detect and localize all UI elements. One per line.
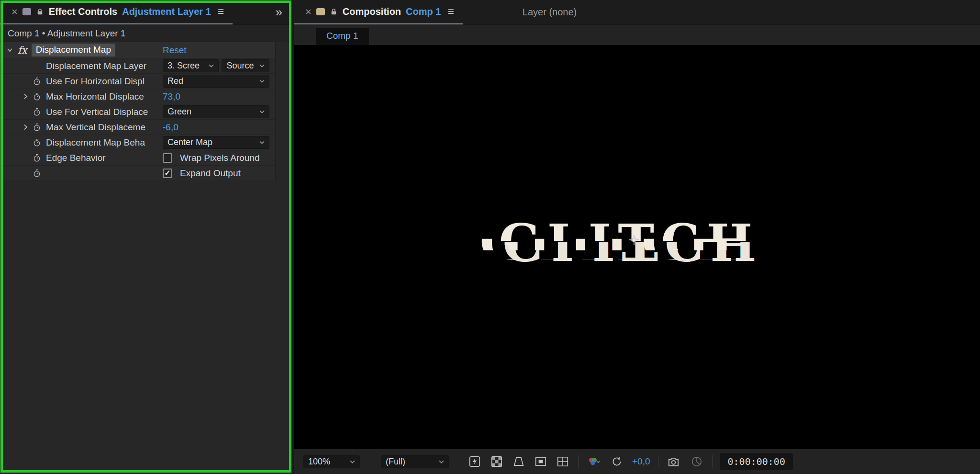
chevron-down-icon: [350, 460, 355, 463]
lock-icon[interactable]: [36, 8, 44, 16]
tab-layer-none[interactable]: Layer (none): [523, 7, 577, 18]
stopwatch-icon[interactable]: [31, 123, 43, 132]
fx-icon[interactable]: fx: [18, 45, 27, 56]
composition-toolbar: 100% (Full): [294, 449, 980, 474]
dropdown-horizontal-channel[interactable]: Red: [163, 75, 269, 88]
transparency-grid-icon[interactable]: [489, 454, 504, 469]
dropdown-displacement-layer[interactable]: 3. Scree: [163, 59, 219, 72]
close-icon[interactable]: ×: [305, 7, 312, 17]
property-label: Displacement Map Layer: [46, 61, 146, 71]
region-of-interest-icon[interactable]: [533, 454, 548, 469]
effect-name[interactable]: Displacement Map: [32, 44, 115, 56]
zoom-dropdown[interactable]: 100%: [303, 455, 360, 468]
close-icon[interactable]: ×: [11, 7, 18, 17]
chevron-down-icon: [259, 64, 265, 68]
dropdown-value: Green: [167, 107, 191, 117]
stopwatch-icon[interactable]: [31, 154, 43, 162]
panel-menu-icon[interactable]: ≡: [447, 6, 454, 17]
checkbox-label: Expand Output: [180, 168, 241, 179]
panel-menu-icon[interactable]: ≡: [218, 6, 224, 17]
composition-panel: × Composition Comp 1 ≡ Layer (none) Comp…: [294, 0, 980, 474]
property-label: Max Horizontal Displace: [46, 91, 144, 102]
chevron-down-icon: [259, 110, 265, 113]
checkbox-label: Wrap Pixels Around: [180, 153, 260, 163]
property-label: Use For Horizontal Displ: [46, 76, 145, 87]
viewer-tab-comp1[interactable]: Comp 1: [316, 28, 369, 45]
property-row-vertical-channel: Use For Vertical Displace Green: [0, 104, 275, 120]
resolution-dropdown[interactable]: (Full): [381, 455, 449, 468]
panel-target-comp[interactable]: Comp 1: [406, 6, 441, 17]
panel-title: Effect Controls: [49, 6, 117, 17]
toolbar-divider: [712, 455, 713, 468]
property-label: Max Vertical Displaceme: [46, 122, 145, 133]
tab-effect-controls[interactable]: × Effect Controls Adjustment Layer 1 ≡: [0, 0, 233, 24]
scrub-value[interactable]: 73,0: [163, 91, 180, 102]
composition-tabbar: × Composition Comp 1 ≡ Layer (none): [294, 0, 980, 25]
stopwatch-icon[interactable]: [31, 138, 43, 147]
panel-target-layer[interactable]: Adjustment Layer 1: [122, 6, 211, 17]
scrub-value[interactable]: -6,0: [163, 122, 178, 133]
stopwatch-icon[interactable]: [31, 92, 43, 101]
property-row-displacement-map-layer: Displacement Map Layer 3. Scree Source: [0, 58, 275, 74]
property-label: Edge Behavior: [46, 153, 106, 163]
chevron-down-icon: [209, 64, 214, 68]
resolution-value: (Full): [386, 457, 405, 467]
toolbar-divider: [578, 455, 579, 468]
composition-viewport[interactable]: GLITCH GLITCH GLITCH GLITCH: [294, 45, 980, 449]
dropdown-vertical-channel[interactable]: Green: [163, 105, 269, 118]
lock-icon[interactable]: [330, 8, 338, 16]
anchor-point-icon[interactable]: [628, 234, 640, 246]
reset-exposure-icon[interactable]: [609, 454, 624, 469]
property-row-max-vertical: Max Vertical Displaceme -6,0: [0, 120, 275, 135]
property-row-edge-behavior: Edge Behavior Wrap Pixels Around: [0, 150, 275, 166]
reset-button[interactable]: Reset: [163, 45, 187, 56]
snapshot-camera-icon[interactable]: [666, 454, 681, 469]
chevron-down-icon: [259, 79, 265, 83]
property-label: Displacement Map Beha: [46, 137, 145, 148]
chevron-right-icon[interactable]: [20, 124, 31, 130]
dropdown-value: Center Map: [167, 137, 212, 147]
checkbox-wrap-pixels[interactable]: [163, 153, 172, 163]
checkbox-expand-output[interactable]: [163, 169, 172, 178]
chevron-down-icon[interactable]: [7, 47, 13, 53]
property-row-max-horizontal: Max Horizontal Displace 73,0: [0, 89, 275, 104]
effect-controls-panel: × Effect Controls Adjustment Layer 1 ≡ »…: [0, 0, 292, 474]
timecode-display[interactable]: 0:00:00:00: [720, 453, 793, 470]
toolbar-divider: [658, 455, 658, 468]
channels-icon[interactable]: [586, 454, 601, 469]
panel-collapse-icon[interactable]: »: [266, 5, 292, 20]
viewer-tab-strip: Comp 1: [294, 25, 980, 45]
dropdown-layer-source[interactable]: Source: [222, 59, 269, 72]
tab-composition[interactable]: × Composition Comp 1 ≡: [294, 0, 463, 24]
stopwatch-icon[interactable]: [31, 108, 43, 116]
chevron-down-icon: [259, 141, 265, 144]
effect-header-row: fx Displacement Map Reset: [0, 42, 275, 58]
effect-properties: fx Displacement Map Reset Displacement M…: [0, 42, 276, 181]
dropdown-value: Source: [226, 61, 254, 71]
effect-controls-tabbar: × Effect Controls Adjustment Layer 1 ≡ »: [0, 0, 292, 25]
chevron-down-icon: [439, 460, 444, 463]
dropdown-value: 3. Scree: [167, 61, 200, 71]
panel-grabber-icon[interactable]: [22, 8, 31, 15]
property-row-map-behavior: Displacement Map Beha Center Map: [0, 135, 275, 150]
property-row-expand-output: Expand Output: [0, 166, 275, 181]
grid-and-guides-icon[interactable]: [555, 454, 570, 469]
property-label: Use For Vertical Displace: [46, 107, 148, 117]
show-snapshot-icon[interactable]: [689, 454, 704, 469]
dropdown-map-behavior[interactable]: Center Map: [163, 136, 269, 149]
viewer-option-icons: [467, 454, 570, 469]
glitch-title-text: GLITCH GLITCH GLITCH GLITCH: [477, 214, 774, 271]
mask-visibility-icon[interactable]: [511, 454, 526, 469]
exposure-value[interactable]: +0,0: [632, 456, 650, 467]
zoom-value: 100%: [308, 457, 330, 467]
fast-preview-icon[interactable]: [467, 454, 482, 469]
chevron-right-icon[interactable]: [20, 93, 31, 100]
dropdown-value: Red: [167, 76, 183, 86]
stopwatch-icon[interactable]: [31, 169, 43, 178]
stopwatch-icon[interactable]: [31, 77, 43, 86]
panel-title: Composition: [343, 6, 401, 17]
panel-grabber-icon[interactable]: [316, 8, 325, 15]
breadcrumb: Comp 1 • Adjustment Layer 1: [0, 25, 292, 42]
property-row-horizontal-channel: Use For Horizontal Displ Red: [0, 74, 275, 89]
